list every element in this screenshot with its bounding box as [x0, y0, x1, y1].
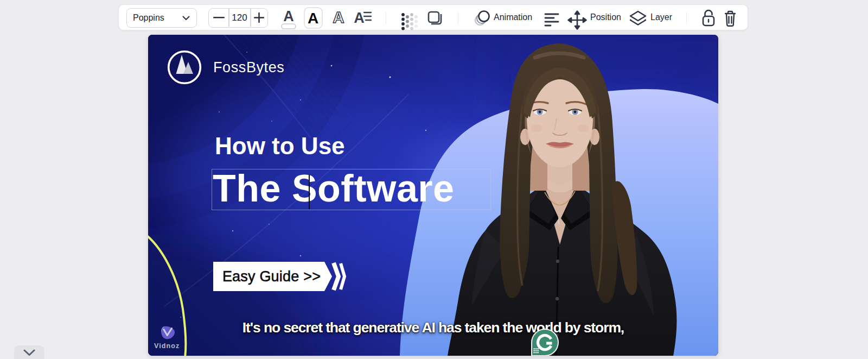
svg-text:A: A: [308, 10, 318, 27]
svg-text:A: A: [354, 10, 365, 26]
svg-text:A: A: [283, 8, 294, 24]
svg-text:A: A: [333, 9, 344, 26]
